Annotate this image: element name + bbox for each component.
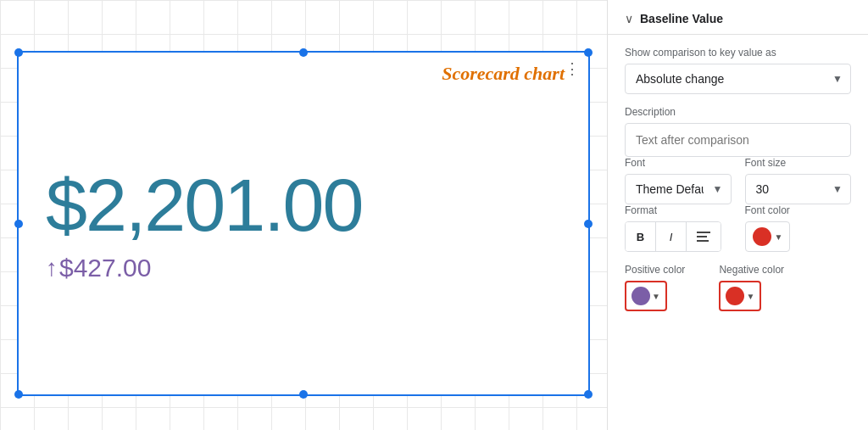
settings-body: Show comparison to key value as Absolute… bbox=[608, 35, 868, 323]
collapse-icon[interactable]: ∨ bbox=[625, 12, 633, 25]
positive-color-swatch bbox=[632, 287, 650, 305]
font-color-arrow-icon: ▼ bbox=[775, 232, 783, 242]
italic-button[interactable]: I bbox=[656, 222, 687, 251]
comparison-number: $427.00 bbox=[59, 254, 151, 282]
description-input[interactable] bbox=[625, 123, 851, 157]
font-color-col: Font color ▼ bbox=[745, 204, 852, 252]
positive-color-arrow-icon: ▼ bbox=[652, 292, 660, 301]
resize-handle-bottom-right[interactable] bbox=[584, 390, 593, 399]
font-size-col: Font size 30 12 14 18 24 36 48 ▼ bbox=[745, 157, 852, 204]
negative-color-button[interactable]: ▼ bbox=[719, 281, 761, 311]
chart-type-label: Scorecard chart bbox=[442, 63, 565, 85]
format-font-row: Format B I Font color bbox=[625, 204, 851, 252]
font-row: Font Theme Defaul... ▼ Font size 30 12 1… bbox=[625, 157, 851, 204]
positive-color-label: Positive color bbox=[625, 264, 685, 276]
negative-color-label: Negative color bbox=[719, 264, 784, 276]
negative-color-swatch bbox=[726, 287, 744, 305]
format-col: Format B I bbox=[625, 204, 732, 252]
comparison-select-wrapper: Absolute change Percent change Value ▼ bbox=[625, 64, 851, 94]
resize-handle-bottom-mid[interactable] bbox=[299, 390, 308, 399]
positive-color-group: Positive color ▼ bbox=[625, 264, 685, 311]
section-title: Baseline Value bbox=[640, 12, 723, 25]
align-button[interactable] bbox=[687, 222, 721, 251]
resize-handle-mid-left[interactable] bbox=[14, 220, 23, 228]
chart-menu-button[interactable]: ⋮ bbox=[565, 59, 581, 78]
comparison-metric-value: ↑ $427.00 bbox=[46, 254, 561, 282]
font-color-label: Font color bbox=[745, 204, 852, 216]
negative-color-group: Negative color ▼ bbox=[719, 264, 784, 311]
resize-handle-top-left[interactable] bbox=[14, 48, 23, 57]
comparison-select[interactable]: Absolute change Percent change Value bbox=[625, 64, 851, 94]
bold-button[interactable]: B bbox=[626, 222, 656, 251]
section-header: ∨ Baseline Value bbox=[608, 0, 868, 35]
font-label: Font bbox=[625, 157, 732, 169]
font-size-select-wrapper: 30 12 14 18 24 36 48 ▼ bbox=[745, 174, 852, 204]
font-color-button[interactable]: ▼ bbox=[745, 221, 791, 252]
resize-handle-bottom-left[interactable] bbox=[14, 390, 23, 399]
trend-arrow-icon: ↑ bbox=[46, 254, 58, 282]
format-buttons-group: B I bbox=[625, 221, 721, 252]
resize-handle-mid-right[interactable] bbox=[584, 220, 593, 228]
negative-color-arrow-icon: ▼ bbox=[746, 292, 754, 301]
font-select-wrapper: Theme Defaul... ▼ bbox=[625, 174, 732, 204]
positive-color-button[interactable]: ▼ bbox=[625, 281, 667, 311]
font-size-select[interactable]: 30 12 14 18 24 36 48 bbox=[745, 174, 852, 204]
font-col: Font Theme Defaul... ▼ bbox=[625, 157, 732, 204]
font-size-label: Font size bbox=[745, 157, 852, 169]
comparison-label: Show comparison to key value as bbox=[625, 47, 851, 59]
format-label: Format bbox=[625, 204, 732, 216]
chart-panel: ⋮ Scorecard chart $2,201.00 ↑ $427.00 bbox=[0, 0, 607, 430]
description-label: Description bbox=[625, 106, 851, 118]
main-metric-value: $2,201.00 bbox=[46, 165, 561, 247]
font-select[interactable]: Theme Defaul... bbox=[625, 174, 732, 204]
resize-handle-top-mid[interactable] bbox=[299, 48, 308, 57]
colors-row: Positive color ▼ Negative color ▼ bbox=[625, 264, 851, 311]
resize-handle-top-right[interactable] bbox=[584, 48, 593, 57]
font-color-swatch bbox=[753, 227, 771, 246]
settings-panel: ∨ Baseline Value Show comparison to key … bbox=[607, 0, 868, 430]
scorecard-card[interactable]: ⋮ Scorecard chart $2,201.00 ↑ $427.00 bbox=[17, 51, 590, 396]
